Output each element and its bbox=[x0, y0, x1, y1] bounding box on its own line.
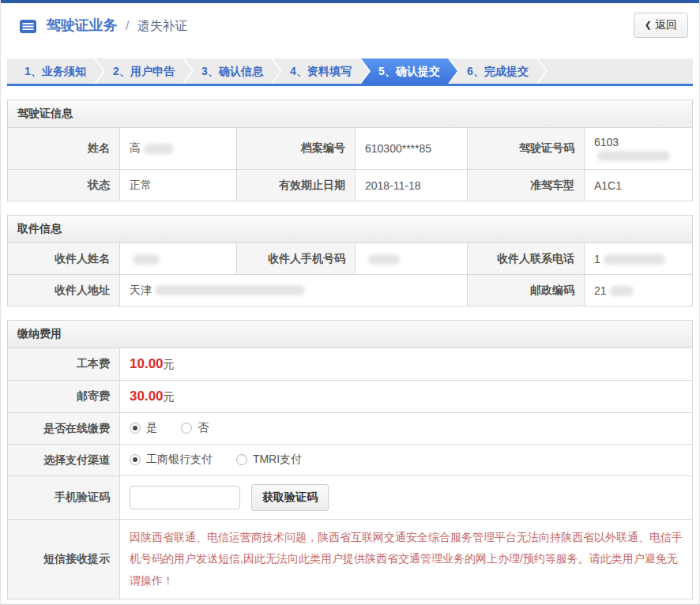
step-bar-filler bbox=[538, 58, 693, 84]
work-fee-value: 10.00元 bbox=[120, 348, 693, 381]
page: 驾驶证业务 / 遗失补证 ❮返回 1、业务须知 2、用户申告 3、确认信息 4、… bbox=[0, 0, 700, 605]
status-value: 正常 bbox=[120, 170, 237, 201]
step-1-notice: 1、业务须知 bbox=[7, 58, 103, 84]
radio-label: TMRI支付 bbox=[253, 453, 302, 467]
back-button[interactable]: ❮返回 bbox=[634, 13, 688, 38]
redacted-blur bbox=[610, 286, 634, 296]
file-number-value: 610300****85 bbox=[356, 128, 468, 170]
main-content: 驾驶证信息 姓名 高 档案编号 610300****85 驾驶证号码 6103 … bbox=[1, 86, 699, 599]
online-pay-label: 是否在线缴费 bbox=[8, 413, 120, 445]
radio-unchecked-icon bbox=[181, 423, 192, 434]
redacted-blur bbox=[597, 151, 670, 161]
license-info-table: 姓名 高 档案编号 610300****85 驾驶证号码 6103 状态 正常 … bbox=[7, 127, 693, 201]
sms-code-input[interactable] bbox=[130, 486, 240, 509]
sms-note-label: 短信接收提示 bbox=[8, 520, 120, 599]
sms-note-text: 因陕西省联通、电信运营商技术问题，陕西省互联网交通安全综合服务管理平台无法向持陕… bbox=[120, 520, 693, 599]
table-row: 选择支付渠道 工商银行支付 TMRI支付 bbox=[8, 445, 693, 476]
expiry-value: 2018-11-18 bbox=[356, 170, 468, 201]
step-3-confirm-info: 3、确认信息 bbox=[184, 58, 280, 84]
postage-fee-label: 邮寄费 bbox=[8, 381, 120, 413]
postal-code-value: 21 bbox=[585, 275, 693, 306]
work-fee-unit: 元 bbox=[164, 358, 175, 370]
recipient-mobile-value bbox=[356, 243, 468, 275]
redacted-blur bbox=[133, 254, 160, 265]
redacted-blur bbox=[604, 254, 665, 265]
postal-code-label: 邮政编码 bbox=[468, 275, 585, 306]
expiry-label: 有效期止日期 bbox=[237, 170, 356, 201]
radio-label: 否 bbox=[198, 421, 209, 435]
license-number-label: 驾驶证号码 bbox=[468, 128, 585, 170]
online-pay-options: 是 否 bbox=[120, 413, 693, 445]
vehicle-class-value: A1C1 bbox=[585, 170, 693, 201]
redacted-blur bbox=[144, 144, 174, 154]
sms-code-cell: 获取验证码 bbox=[120, 476, 693, 520]
recipient-mobile-label: 收件人手机号码 bbox=[237, 243, 356, 275]
table-row: 邮寄费 30.00元 bbox=[8, 381, 693, 413]
recipient-phone-label: 收件人联系电话 bbox=[468, 243, 585, 275]
step-wizard: 1、业务须知 2、用户申告 3、确认信息 4、资料填写 5、确认提交 6、完成提… bbox=[7, 58, 693, 86]
chevron-left-icon: ❮ bbox=[645, 20, 652, 29]
license-number-value: 6103 bbox=[585, 128, 693, 170]
work-fee-label: 工本费 bbox=[8, 348, 120, 381]
postage-fee-amount: 30.00 bbox=[130, 389, 164, 404]
status-label: 状态 bbox=[8, 170, 120, 201]
recipient-name-label: 收件人姓名 bbox=[8, 243, 120, 275]
step-4-fill-data: 4、资料填写 bbox=[273, 58, 369, 84]
table-row: 短信接收提示 因陕西省联通、电信运营商技术问题，陕西省互联网交通安全综合服务管理… bbox=[8, 520, 693, 599]
step-6-finish-submit: 6、完成提交 bbox=[450, 58, 546, 84]
step-2-declaration: 2、用户申告 bbox=[96, 58, 192, 84]
page-subtitle: 遗失补证 bbox=[137, 19, 188, 32]
radio-checked-icon bbox=[130, 454, 141, 465]
name-label: 姓名 bbox=[8, 128, 120, 170]
pay-channel-label: 选择支付渠道 bbox=[8, 445, 120, 476]
table-row: 工本费 10.00元 bbox=[8, 348, 693, 381]
radio-checked-icon bbox=[130, 423, 141, 434]
postage-fee-value: 30.00元 bbox=[120, 381, 693, 413]
step-5-confirm-submit: 5、确认提交 bbox=[361, 58, 457, 84]
radio-channel-icbc[interactable]: 工商银行支付 bbox=[130, 453, 213, 467]
recipient-phone-value: 1 bbox=[585, 243, 693, 275]
pickup-info-table: 收件人姓名 收件人手机号码 收件人联系电话 1 收件人地址 天津 邮政编码 21 bbox=[7, 242, 693, 306]
form-list-icon bbox=[20, 20, 36, 36]
table-row: 姓名 高 档案编号 610300****85 驾驶证号码 6103 bbox=[8, 128, 693, 170]
section-title-license: 驾驶证信息 bbox=[7, 100, 693, 127]
payment-table: 工本费 10.00元 邮寄费 30.00元 是否在线缴费 是 否 选择支付渠道 … bbox=[7, 348, 693, 599]
recipient-address-value: 天津 bbox=[120, 275, 468, 306]
redacted-blur bbox=[155, 285, 305, 295]
radio-label: 是 bbox=[146, 421, 157, 435]
title-separator: / bbox=[126, 19, 129, 32]
section-title-pickup: 取件信息 bbox=[7, 215, 693, 242]
radio-online-yes[interactable]: 是 bbox=[130, 421, 157, 435]
vehicle-class-label: 准驾车型 bbox=[468, 170, 585, 201]
table-row: 状态 正常 有效期止日期 2018-11-18 准驾车型 A1C1 bbox=[8, 170, 693, 201]
page-header: 驾驶证业务 / 遗失补证 ❮返回 bbox=[1, 3, 699, 47]
section-title-payment: 缴纳费用 bbox=[7, 320, 693, 348]
table-row: 手机验证码 获取验证码 bbox=[8, 476, 693, 520]
page-title: 驾驶证业务 bbox=[46, 17, 117, 33]
recipient-name-value bbox=[120, 243, 237, 275]
radio-label: 工商银行支付 bbox=[146, 453, 213, 467]
postage-fee-unit: 元 bbox=[164, 390, 175, 403]
get-code-button[interactable]: 获取验证码 bbox=[251, 484, 329, 511]
work-fee-amount: 10.00 bbox=[130, 356, 164, 371]
back-button-label: 返回 bbox=[655, 18, 677, 31]
recipient-address-label: 收件人地址 bbox=[8, 275, 120, 306]
file-number-label: 档案编号 bbox=[237, 128, 356, 170]
radio-unchecked-icon bbox=[236, 454, 247, 465]
pay-channel-options: 工商银行支付 TMRI支付 bbox=[120, 445, 693, 476]
sms-code-label: 手机验证码 bbox=[8, 476, 120, 520]
redacted-blur bbox=[368, 254, 400, 265]
radio-online-no[interactable]: 否 bbox=[181, 421, 209, 435]
radio-channel-tmri[interactable]: TMRI支付 bbox=[236, 453, 302, 467]
table-row: 是否在线缴费 是 否 bbox=[8, 413, 693, 445]
table-row: 收件人姓名 收件人手机号码 收件人联系电话 1 bbox=[8, 243, 693, 275]
table-row: 收件人地址 天津 邮政编码 21 bbox=[8, 275, 693, 306]
name-value: 高 bbox=[120, 128, 237, 170]
